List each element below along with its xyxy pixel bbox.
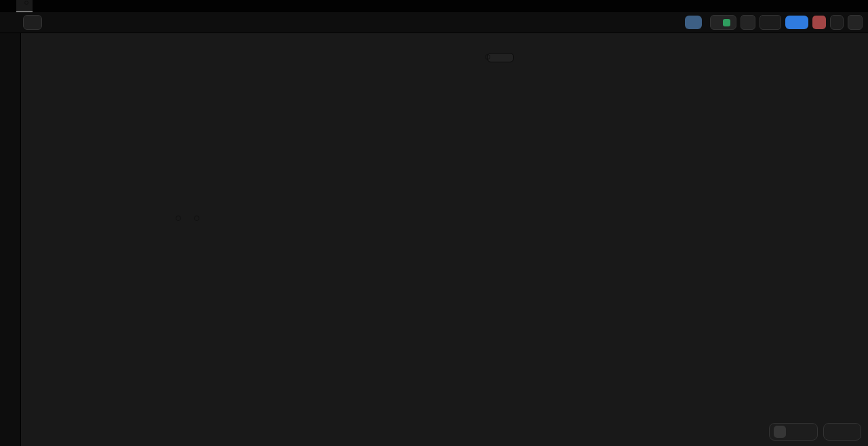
batch-count-control <box>760 15 781 30</box>
batch-count-input[interactable] <box>763 18 776 27</box>
pointer-tool-button[interactable] <box>774 426 786 438</box>
menubar-right <box>681 15 863 30</box>
workspace-tabbar <box>0 0 868 12</box>
show-image-feed-button[interactable] <box>710 15 736 30</box>
fit-view-button[interactable] <box>794 426 806 438</box>
tab-active-workflow[interactable] <box>16 0 33 12</box>
new-tab-button[interactable] <box>33 0 43 12</box>
reroute-dot-vae[interactable] <box>194 216 199 221</box>
collapsed-node-slot[interactable] <box>485 54 490 60</box>
unsaved-dot-icon <box>24 1 28 5</box>
manager-button[interactable] <box>685 16 702 29</box>
queue-options-button[interactable] <box>741 15 755 30</box>
run-button[interactable] <box>785 16 808 29</box>
reroute-dot-image[interactable] <box>176 216 181 221</box>
canvas-tool-group <box>769 423 818 441</box>
active-jobs-badge[interactable] <box>830 15 844 30</box>
stop-button[interactable] <box>812 16 826 29</box>
menubar <box>0 12 868 33</box>
canvas-toolbar <box>769 423 861 441</box>
graph-menu-button[interactable] <box>23 15 42 30</box>
app-window <box>0 0 868 446</box>
graph-canvas[interactable] <box>0 0 868 446</box>
minimap-button[interactable] <box>828 426 840 438</box>
tab-default[interactable] <box>0 0 16 12</box>
feed-enabled-check-icon <box>723 19 730 26</box>
link-layer <box>0 0 868 446</box>
left-sidebar <box>0 33 21 446</box>
panel-toggle-button[interactable] <box>848 15 863 30</box>
collapsed-node[interactable] <box>487 53 514 62</box>
fullscreen-button[interactable] <box>844 426 856 438</box>
canvas-view-group <box>823 423 861 441</box>
